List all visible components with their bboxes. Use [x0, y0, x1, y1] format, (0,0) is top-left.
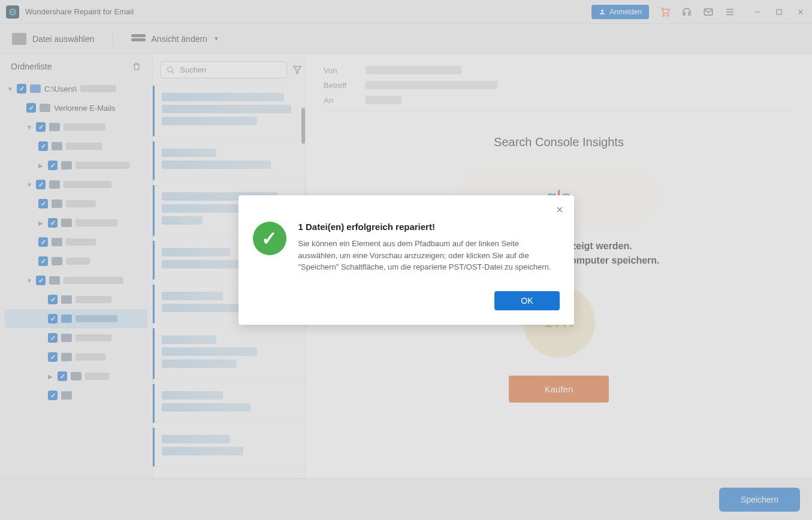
close-icon [555, 205, 565, 214]
success-modal: 1 Datei(en) erfolgreich repariert! Sie k… [239, 195, 574, 325]
modal-overlay: 1 Datei(en) erfolgreich repariert! Sie k… [0, 0, 812, 520]
modal-body-text: Sie können ein Element aus dem Pfadbaum … [298, 238, 560, 273]
modal-title: 1 Datei(en) erfolgreich repariert! [298, 222, 560, 232]
modal-close-button[interactable] [555, 205, 565, 214]
ok-button[interactable]: OK [494, 291, 559, 310]
success-check-icon [253, 222, 286, 255]
